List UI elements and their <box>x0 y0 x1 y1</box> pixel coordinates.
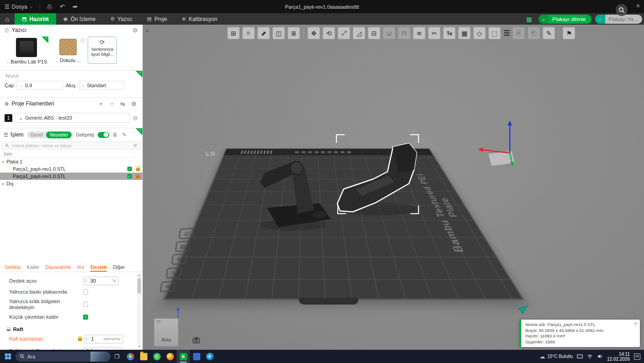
raft-layers-spinner[interactable]: ▴▾ 1 katmanlar <box>84 335 123 343</box>
wifi-icon[interactable] <box>587 353 593 359</box>
remove-filament-icon[interactable]: ⊖ <box>133 115 138 121</box>
firefox-button[interactable] <box>163 350 177 363</box>
chrome-button[interactable] <box>124 350 137 363</box>
outlook-button[interactable] <box>190 350 203 363</box>
object-list-icon[interactable]: ≣ <box>288 27 300 39</box>
flow-select[interactable]: ⌄ Standart <box>79 81 124 89</box>
bambu-studio-button[interactable]: B <box>177 350 190 363</box>
remove-filament-button[interactable]: − <box>108 100 116 107</box>
mesh-edit-icon[interactable]: ⬚ <box>488 27 501 39</box>
arrange-icon[interactable]: ◫ <box>272 27 285 39</box>
printer-card[interactable]: ⌄ Bambu Lab P1S <box>5 37 48 64</box>
snapshot-camera-icon[interactable] <box>192 336 200 344</box>
process-mode-switch[interactable]: Genel Nesneler <box>27 132 72 138</box>
volume-icon[interactable] <box>597 353 603 359</box>
plate-lock-icon[interactable]: ◎ <box>179 228 194 239</box>
edit-preset-icon[interactable]: ✎ <box>121 132 128 138</box>
tab-destek[interactable]: Destek <box>90 264 107 272</box>
scale-icon[interactable]: ⤢ <box>338 27 350 39</box>
plate-grid-icon[interactable]: ▦ <box>526 16 532 23</box>
add-filament-button[interactable]: + <box>97 100 105 107</box>
file-explorer-button[interactable] <box>137 350 150 363</box>
tab-kalibrasyon[interactable]: ⊕ Kalibrasyon <box>174 13 225 25</box>
measure-icon[interactable]: ✎ <box>543 27 555 39</box>
plate-label-icon[interactable]: ≣ <box>172 253 187 265</box>
on-plate-checkbox[interactable] <box>83 289 88 295</box>
clock[interactable]: 14:11 12.02.2026 <box>607 352 630 362</box>
lock-icon[interactable] <box>78 338 82 341</box>
critical-regions-checkbox[interactable] <box>83 302 88 307</box>
mode-general[interactable]: Genel <box>27 132 47 138</box>
plate-type-card[interactable]: ⓘ ⌄ Dokulu ... <box>53 37 83 63</box>
split-objects-icon[interactable]: ⊔ <box>383 27 395 39</box>
tab-kalite[interactable]: Kalite <box>26 264 39 272</box>
lay-flat-icon[interactable]: ◿ <box>353 27 365 39</box>
collapse-caret-icon[interactable]: ▾ <box>0 160 6 164</box>
primitive-icon[interactable]: ◇ <box>473 27 486 39</box>
nozzle-diameter-select[interactable]: ⌄ 0.4 <box>16 81 63 89</box>
notification-center-icon[interactable] <box>634 353 640 360</box>
flatten-icon[interactable]: ⊟ <box>368 27 380 39</box>
edge-button[interactable]: e <box>203 350 216 363</box>
task-view-button[interactable]: ❐ <box>110 350 124 363</box>
export-icon[interactable]: ⎙ <box>43 3 56 11</box>
add-object-icon[interactable]: ⊞ <box>227 27 240 39</box>
text-tool-icon[interactable]: Ta <box>443 27 456 39</box>
scroll-up-icon[interactable]: ▲ <box>138 273 141 277</box>
search-input[interactable] <box>11 143 131 148</box>
plate-settings-icon[interactable]: ▤ <box>175 241 191 252</box>
paint-icon[interactable]: ▦ <box>458 27 471 39</box>
tree-row-plate[interactable]: ▾ Plaka 1 <box>0 158 142 165</box>
close-icon[interactable]: ✕ <box>634 321 638 327</box>
settings-scrollbar[interactable]: ▲ ▼ <box>137 273 141 349</box>
tab-yazici[interactable]: ⚙ Yazıcı <box>103 13 139 25</box>
start-button[interactable] <box>0 350 16 363</box>
whatsapp-button[interactable]: ✆ <box>150 350 163 363</box>
printer-settings-gear-icon[interactable]: ⚙ <box>132 27 138 34</box>
tab-siklikla[interactable]: Sıklıkla <box>5 264 21 272</box>
support-angle-spinner[interactable]: ▴▾ 30 °/s <box>83 277 119 285</box>
weather-widget[interactable]: ☁ 15°C Bulutlu <box>539 353 573 360</box>
tree-row-object-1[interactable]: Parça1_paylı-rev1.0.STL ✓ <box>0 165 142 173</box>
slice-plate-button[interactable]: ⌄ Plakayı dilimle <box>539 15 592 24</box>
scroll-down-icon[interactable]: ▼ <box>138 345 141 349</box>
taskbar-search[interactable]: Ara <box>16 352 110 362</box>
cut-icon[interactable]: ✂ <box>428 27 440 39</box>
seam-icon[interactable]: ≋ <box>413 27 425 39</box>
tab-proje[interactable]: ▤ Proje <box>140 13 174 25</box>
print-plate-button[interactable]: ⌄ Plakayı Ya... <box>595 15 643 24</box>
file-menu[interactable]: ☰ Dosya ⌄ <box>0 0 37 13</box>
lock-icon[interactable] <box>136 168 140 171</box>
viewport-3d[interactable]: « ⊞ ⌗ ⬈ ◫ ≣ ✥ ⟲ ⤢ ◿ ⊟ ⊔ ⊓ ≋ ✂ Ta ▦ ◇ ⬚ <box>143 25 644 350</box>
info-icon[interactable]: ⓘ <box>80 37 85 44</box>
tree-row-object-2-selected[interactable]: Parça1_paylı-rev1.0.STL ✓ <box>0 173 142 180</box>
advanced-toggle[interactable] <box>98 132 109 138</box>
visibility-checkbox[interactable]: ✓ <box>127 174 132 179</box>
magnifier-tool-icon[interactable] <box>616 4 628 16</box>
tree-row-dis[interactable]: ▸ Dış <box>0 180 142 187</box>
rotate-icon[interactable]: ⟲ <box>323 27 335 39</box>
step-down-icon[interactable]: ▾ <box>86 339 87 341</box>
auto-orient-icon[interactable]: ⬈ <box>257 27 270 39</box>
sync-info-button[interactable]: ⟳ Senkroniza syon bilgil... <box>88 37 117 64</box>
slice-dropdown-caret[interactable]: ⌄ <box>539 15 549 24</box>
mode-objects[interactable]: Nesneler <box>46 132 72 138</box>
display-tray-icon[interactable] <box>577 353 583 359</box>
collapse-sidebar-icon[interactable]: « <box>146 27 149 34</box>
print-dropdown-caret[interactable]: ⌄ <box>595 15 605 24</box>
visibility-checkbox[interactable]: ✓ <box>127 167 132 171</box>
undo-icon[interactable]: ↶ <box>56 3 68 10</box>
close-icon[interactable]: ✕ <box>636 3 640 9</box>
orientation-cube[interactable]: 150 Arka <box>154 318 178 347</box>
send-arrow-icon[interactable] <box>518 305 528 314</box>
tab-hazirlik[interactable]: ⬒ Hazırlık <box>15 13 56 25</box>
paste-icon[interactable]: ⎗ <box>528 27 540 39</box>
search-highlight-image[interactable] <box>90 352 110 362</box>
delete-plate-icon[interactable]: ✕ <box>160 281 176 292</box>
expand-caret-icon[interactable]: ▸ <box>0 182 6 186</box>
tab-dayaniklilik[interactable]: Dayanıklılık <box>45 264 71 272</box>
plate-export-icon[interactable]: ⬂ <box>166 267 182 279</box>
split-parts-icon[interactable]: ⊓ <box>398 27 410 39</box>
param-list-icon[interactable]: ≣ <box>111 132 119 138</box>
move-icon[interactable]: ✥ <box>308 27 320 39</box>
